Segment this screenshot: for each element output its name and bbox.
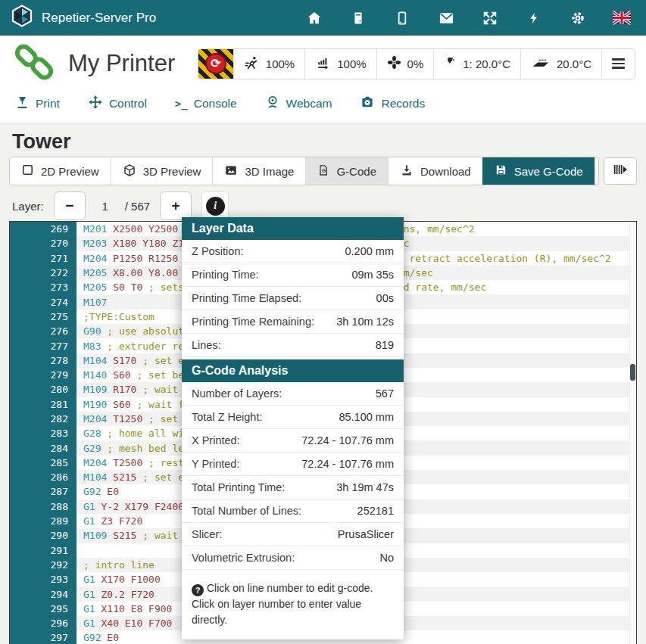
fan-control[interactable]: 0% [376, 49, 434, 79]
popup-row-value: 72.24 - 107.76 mm [301, 434, 394, 448]
line-number[interactable]: 271 [10, 251, 76, 266]
download-icon [400, 163, 414, 179]
continue-print-button[interactable] [604, 157, 637, 185]
popup-info-row: Slicer:PrusaSlicer [182, 523, 404, 546]
speed-multiplier[interactable]: 100% [233, 49, 304, 79]
line-number[interactable]: 286 [10, 470, 76, 484]
emergency-stop-button[interactable]: ⟳ [198, 49, 233, 79]
code-scrollbar-track[interactable] [629, 222, 636, 644]
popup-row-label: Printing Time Elapsed: [192, 291, 301, 306]
line-number[interactable]: 272 [10, 266, 76, 280]
tab-webcam-label: Webcam [286, 97, 332, 110]
print-job-button[interactable] [595, 157, 600, 185]
layer-label: Layer: [12, 200, 44, 213]
popup-row-label: Printing Time Remaining: [192, 315, 314, 329]
line-number[interactable]: 296 [10, 616, 76, 630]
line-number[interactable]: 293 [10, 572, 76, 586]
line-number[interactable]: 269 [10, 222, 76, 236]
line-number[interactable]: 281 [10, 397, 76, 412]
line-number[interactable]: 291 [10, 543, 76, 558]
layer-info-button[interactable]: i [201, 191, 229, 220]
line-number[interactable]: 297 [10, 630, 76, 644]
repetier-logo-icon [11, 5, 33, 31]
line-number[interactable]: 282 [10, 412, 76, 426]
popup-row-value: No [379, 551, 394, 565]
popup-row-value: 252181 [357, 504, 394, 518]
printer-name: My Printer [68, 50, 175, 77]
tab-print-label: Print [36, 97, 60, 110]
popup-row-value: PrusaSlicer [338, 527, 394, 542]
fullscreen-icon[interactable] [481, 9, 499, 27]
fan-value: 0% [407, 58, 424, 70]
messages-icon[interactable] [437, 9, 455, 27]
gcode-view-button[interactable]: G G-Code [305, 157, 388, 185]
view-toolbar: 2D Preview 3D Preview 3D Image [9, 157, 637, 185]
language-flag-icon[interactable] [613, 9, 631, 27]
popup-row-label: Lines: [192, 338, 221, 353]
popup-row-value: 3h 10m 12s [336, 315, 394, 329]
popup-row-value: 00s [376, 291, 394, 306]
power-icon[interactable] [525, 9, 543, 27]
image-3d-button[interactable]: 3D Image [212, 157, 305, 185]
line-number[interactable]: 273 [10, 280, 76, 294]
line-number[interactable]: 275 [10, 310, 76, 324]
devices-icon[interactable] [393, 9, 411, 27]
line-number[interactable]: 288 [10, 499, 76, 514]
popup-row-value: 09m 35s [351, 268, 394, 282]
tab-console-label: Console [194, 97, 237, 110]
tab-console[interactable]: >_ Console [175, 97, 237, 110]
printer-link-icon [12, 42, 56, 86]
layer-decrement-button[interactable]: − [54, 191, 86, 220]
line-number[interactable]: 277 [10, 338, 76, 353]
code-text: M107 [76, 297, 107, 308]
line-number[interactable]: 276 [10, 324, 76, 338]
bed-temperature[interactable]: 20.0°C [520, 49, 601, 79]
line-number[interactable]: 283 [10, 426, 76, 440]
tab-print[interactable]: Print [15, 95, 60, 113]
printers-icon[interactable] [349, 9, 367, 27]
line-number[interactable]: 294 [10, 586, 76, 601]
line-number[interactable]: 295 [10, 602, 76, 616]
line-number[interactable]: 284 [10, 440, 76, 455]
layers-play-icon [611, 163, 629, 179]
help-icon: ? [192, 584, 204, 596]
settings-gear-icon[interactable] [569, 9, 587, 27]
download-button[interactable]: Download [388, 157, 482, 185]
line-number[interactable]: 292 [10, 558, 76, 572]
flow-multiplier[interactable]: 100% [304, 49, 376, 79]
line-number[interactable]: 278 [10, 353, 76, 368]
popup-help-note: ?Click on line number to edit g-code. Cl… [182, 572, 404, 639]
preview-2d-button[interactable]: 2D Preview [10, 157, 111, 185]
popup-section-title: G-Code Analysis [182, 359, 404, 382]
emergency-stop-icon: ⟳ [205, 53, 226, 74]
tab-records[interactable]: Records [360, 95, 425, 113]
code-text: G1 X40 E10 F700 [76, 618, 172, 629]
line-number[interactable]: 285 [10, 456, 76, 470]
line-number[interactable]: 270 [10, 236, 76, 250]
code-text: ; intro line [76, 559, 154, 571]
extruder-temperature[interactable]: 1: 20.0°C [433, 49, 520, 79]
home-icon[interactable] [305, 9, 323, 27]
popup-sections: Layer DataZ Position:0.200 mmPrinting Ti… [182, 217, 404, 570]
tab-control-label: Control [109, 97, 147, 110]
tab-webcam[interactable]: Webcam [265, 95, 332, 113]
line-number[interactable]: 274 [10, 294, 76, 309]
brand[interactable]: Repetier-Server Pro [11, 5, 156, 31]
line-number[interactable]: 289 [10, 514, 76, 528]
line-number[interactable]: 290 [10, 528, 76, 543]
line-number[interactable]: 279 [10, 368, 76, 382]
line-number[interactable]: 280 [10, 382, 76, 397]
layer-increment-button[interactable]: + [160, 191, 192, 220]
save-gcode-button[interactable]: Save G-Code [482, 157, 595, 185]
fan-icon [387, 55, 401, 72]
preview-3d-button[interactable]: 3D Preview [111, 157, 213, 185]
code-scrollbar-thumb[interactable] [630, 364, 635, 381]
printer-menu-button[interactable] [601, 49, 635, 79]
line-number[interactable]: 287 [10, 484, 76, 499]
popup-row-value: 819 [376, 338, 394, 353]
popup-info-row: Printing Time Elapsed:00s [182, 287, 404, 310]
popup-info-row: Y Printed:72.24 - 107.76 mm [182, 453, 404, 476]
code-text: G1 Z3 F720 [76, 515, 142, 527]
layer-current[interactable]: 1 [95, 200, 115, 213]
tab-control[interactable]: Control [88, 95, 147, 113]
